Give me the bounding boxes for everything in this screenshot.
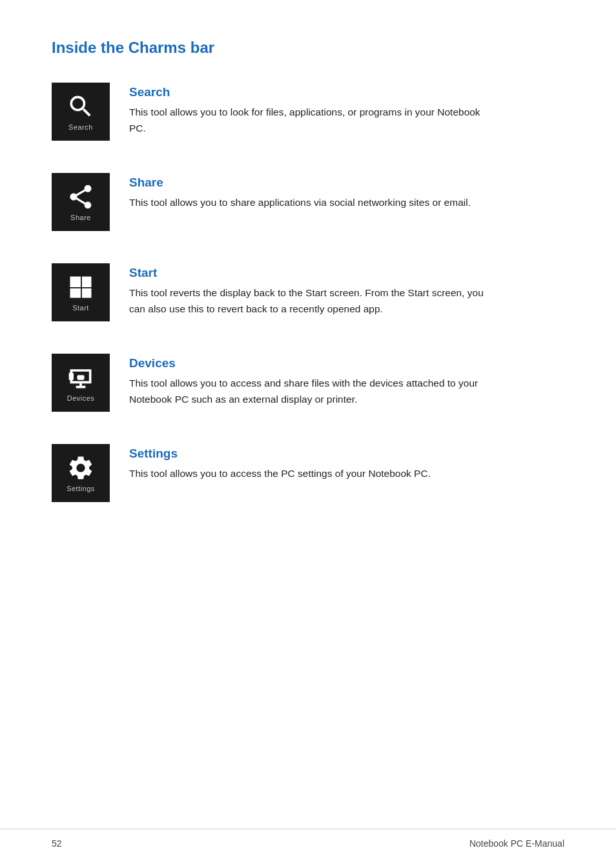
search-name: Search (129, 85, 491, 99)
start-name: Start (129, 266, 491, 280)
charm-item-start: Start Start This tool reverts the displa… (52, 263, 564, 321)
settings-content: Settings This tool allows you to access … (129, 444, 431, 482)
share-name: Share (129, 176, 471, 190)
search-icon-label: Search (68, 123, 93, 131)
svg-rect-3 (82, 288, 92, 298)
settings-description: This tool allows you to access the PC se… (129, 466, 431, 482)
devices-description: This tool allows you to access and share… (129, 376, 491, 408)
devices-content: Devices This tool allows you to access a… (129, 354, 491, 408)
svg-rect-4 (77, 375, 85, 379)
devices-icon (67, 363, 95, 392)
search-content: Search This tool allows you to look for … (129, 83, 491, 137)
start-description: This tool reverts the display back to th… (129, 285, 491, 318)
footer-book-title: Notebook PC E-Manual (469, 838, 564, 849)
settings-name: Settings (129, 447, 431, 461)
share-icon (67, 183, 95, 211)
share-icon-box: Share (52, 173, 110, 231)
start-icon-box: Start (52, 263, 110, 321)
start-icon (67, 273, 95, 301)
svg-rect-2 (70, 288, 81, 298)
settings-icon (67, 454, 95, 482)
start-content: Start This tool reverts the display back… (129, 263, 491, 318)
share-content: Share This tool allows you to share appl… (129, 173, 471, 211)
charm-item-devices: Devices Devices This tool allows you to … (52, 354, 564, 412)
page-footer: 52 Notebook PC E-Manual (0, 829, 616, 849)
start-icon-label: Start (72, 304, 89, 312)
svg-rect-1 (82, 277, 92, 288)
search-icon-box: Search (52, 83, 110, 141)
settings-icon-label: Settings (67, 485, 95, 492)
search-icon (67, 92, 95, 121)
devices-icon-label: Devices (67, 394, 95, 402)
charm-item-settings: Settings Settings This tool allows you t… (52, 444, 564, 502)
share-description: This tool allows you to share applicatio… (129, 195, 471, 211)
settings-icon-box: Settings (52, 444, 110, 502)
charm-item-share: Share Share This tool allows you to shar… (52, 173, 564, 231)
search-description: This tool allows you to look for files, … (129, 105, 491, 137)
devices-icon-box: Devices (52, 354, 110, 412)
share-icon-label: Share (70, 214, 91, 221)
footer-page-number: 52 (52, 838, 62, 849)
devices-name: Devices (129, 356, 491, 370)
page-content: Inside the Charms bar Search Search This… (0, 0, 616, 586)
page-title: Inside the Charms bar (52, 39, 564, 57)
svg-rect-0 (70, 277, 81, 288)
svg-rect-5 (69, 373, 74, 380)
charm-item-search: Search Search This tool allows you to lo… (52, 83, 564, 141)
